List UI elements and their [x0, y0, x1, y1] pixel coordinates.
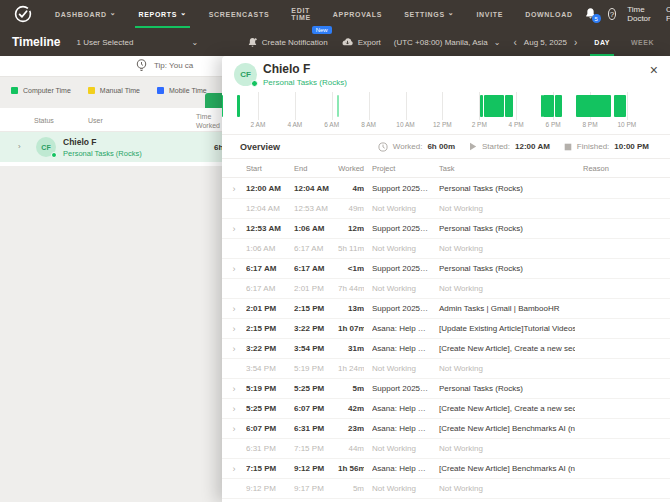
panel-table-row[interactable]: ›6:07 PM6:31 PM23mAsana: Help …[Create N…	[222, 419, 670, 439]
nav-item-settings[interactable]: SETTINGS⌄	[393, 0, 465, 28]
user-project: Personal Tasks (Rocks)	[63, 149, 142, 158]
user-avatar: CF	[36, 137, 56, 157]
cell-project: Not Working	[372, 444, 430, 453]
panel-table-row[interactable]: ›12:53 AM1:06 AM12mSupport 2025…Personal…	[222, 219, 670, 239]
timeline-tick-label: 8 AM	[349, 121, 389, 128]
tab-day[interactable]: DAY	[590, 28, 614, 56]
panel-table-row: 6:17 AM2:01 PM7h 44mNot WorkingNot Worki…	[222, 279, 670, 299]
started-value: 12:00 AM	[515, 142, 550, 151]
nav-item-edit-time[interactable]: EDIT TIME	[280, 0, 322, 28]
avatar-initials: CF	[240, 70, 251, 79]
cell-start: 12:00 AM	[246, 184, 294, 193]
create-notification-button[interactable]: New Create Notification	[247, 37, 328, 48]
prev-day-icon[interactable]: ‹	[514, 37, 517, 48]
cell-project: Support 2025…	[372, 384, 430, 393]
panel-table-row[interactable]: ›5:25 PM6:07 PM42mAsana: Help …[Create N…	[222, 399, 670, 419]
row-expand-icon[interactable]: ›	[18, 142, 21, 151]
nav-item-reports[interactable]: REPORTS⌄	[127, 0, 197, 28]
worked-time-segment[interactable]	[237, 95, 240, 117]
row-expand-icon[interactable]: ›	[222, 224, 246, 234]
worked-time-segment[interactable]	[505, 95, 513, 117]
legend-label: Computer Time	[23, 87, 71, 94]
cell-start: 6:17 AM	[246, 284, 294, 293]
nav-item-label: INVITE	[476, 11, 503, 18]
cell-start: 12:04 AM	[246, 204, 294, 213]
top-nav: DASHBOARD⌄REPORTS⌄SCREENCASTSEDIT TIMEAP…	[0, 0, 670, 28]
notifications-bell-icon[interactable]: 5	[584, 7, 597, 21]
export-button[interactable]: Export	[341, 37, 381, 47]
cell-end: 5:25 PM	[294, 384, 338, 393]
row-expand-icon[interactable]: ›	[222, 384, 246, 394]
cell-end: 9:17 PM	[294, 484, 338, 493]
worked-time-segment[interactable]	[337, 95, 339, 117]
row-expand-icon[interactable]: ›	[222, 344, 246, 354]
panel-table-header: Start End Worked Project Task Reason	[222, 158, 670, 178]
cell-task: [Create New Article] Benchmarks AI (new …	[430, 464, 575, 473]
worked-time-segment[interactable]	[222, 95, 223, 117]
cell-project: Not Working	[372, 244, 430, 253]
legend-swatch-icon	[88, 87, 95, 94]
worked-time-segment[interactable]	[480, 95, 483, 117]
close-icon[interactable]: ×	[650, 63, 658, 77]
create-notification-icon	[247, 37, 258, 48]
row-expand-icon[interactable]: ›	[222, 464, 246, 474]
panel-table-row[interactable]: ›2:15 PM3:22 PM1h 07mAsana: Help …[Updat…	[222, 319, 670, 339]
tip-text: Tip: You ca	[154, 61, 193, 70]
row-expand-icon[interactable]: ›	[222, 184, 246, 194]
date-label[interactable]: Aug 5, 2025	[524, 38, 567, 47]
row-expand-icon[interactable]: ›	[222, 424, 246, 434]
row-expand-icon[interactable]: ›	[222, 324, 246, 334]
worked-time-segment[interactable]	[614, 95, 626, 117]
worked-time-segment[interactable]	[555, 95, 561, 117]
help-icon[interactable]: ?	[608, 8, 616, 20]
timezone-selector[interactable]: (UTC +08:00) Manila, Asia ⌄	[394, 38, 501, 47]
chevron-down-icon: ⌄	[180, 9, 187, 17]
export-cloud-icon	[341, 37, 354, 47]
tab-week[interactable]: WEEK	[627, 28, 658, 56]
next-day-icon[interactable]: ›	[574, 37, 577, 48]
cell-start: 6:17 AM	[246, 264, 294, 273]
nav-item-approvals[interactable]: APPROVALS	[322, 0, 393, 28]
worked-time-segment[interactable]	[543, 95, 555, 117]
cell-start: 7:15 PM	[246, 464, 294, 473]
worked-time-segment[interactable]	[484, 95, 503, 117]
cell-end: 9:12 PM	[294, 464, 338, 473]
panel-table-body: ›12:00 AM12:04 AM4mSupport 2025…Personal…	[222, 179, 670, 502]
panel-table-row[interactable]: ›3:22 PM3:54 PM31mAsana: Help …[Create N…	[222, 339, 670, 359]
nav-item-label: SETTINGS	[404, 11, 445, 18]
cell-task: Admin Tasks | Gmail | BambooHR	[430, 304, 575, 313]
panel-table-row[interactable]: ›2:01 PM2:15 PM13mSupport 2025…Admin Tas…	[222, 299, 670, 319]
row-expand-icon[interactable]: ›	[222, 264, 246, 274]
timeline-tick-label: 10 AM	[386, 121, 426, 128]
legend-item-manual-time: Manual Time	[88, 87, 140, 94]
cell-task: Not Working	[430, 484, 575, 493]
col-project: Project	[372, 164, 430, 173]
user-name: Chielo F	[63, 137, 97, 147]
cell-project: Not Working	[372, 204, 430, 213]
cell-end: 6:31 PM	[294, 424, 338, 433]
panel-table-row[interactable]: ›12:00 AM12:04 AM4mSupport 2025…Personal…	[222, 179, 670, 199]
legend-item-computer-time: Computer Time	[11, 87, 71, 94]
cell-task: Personal Tasks (Rocks)	[430, 384, 575, 393]
timeline-tick-label: 6 PM	[533, 121, 573, 128]
timeline-tick-label: 12 PM	[422, 121, 462, 128]
worked-time-segment[interactable]	[576, 95, 611, 117]
cell-start: 6:31 PM	[246, 444, 294, 453]
panel-table-row[interactable]: ›7:15 PM9:12 PM1h 56mAsana: Help …[Creat…	[222, 459, 670, 479]
timeline-tick	[406, 92, 407, 120]
panel-table-row[interactable]: ›6:17 AM6:17 AM<1mSupport 2025…Personal …	[222, 259, 670, 279]
overview-label: Overview	[240, 142, 280, 152]
panel-table-row[interactable]: ›5:19 PM5:25 PM5mSupport 2025…Personal T…	[222, 379, 670, 399]
nav-item-screencasts[interactable]: SCREENCASTS	[198, 0, 281, 28]
user-select-dropdown[interactable]: 1 User Selected ⌄	[76, 38, 198, 47]
row-expand-icon[interactable]: ›	[222, 404, 246, 414]
nav-item-download[interactable]: DOWNLOAD	[514, 0, 584, 28]
timeline-tick-label: 10 PM	[607, 121, 647, 128]
nav-item-dashboard[interactable]: DASHBOARD⌄	[44, 0, 127, 28]
col-start: Start	[246, 164, 294, 173]
cell-worked: 49m	[338, 204, 364, 213]
nav-item-invite[interactable]: INVITE	[465, 0, 514, 28]
worked-label: Worked:	[393, 142, 423, 151]
cell-worked: 4m	[338, 184, 364, 193]
row-expand-icon[interactable]: ›	[222, 304, 246, 314]
